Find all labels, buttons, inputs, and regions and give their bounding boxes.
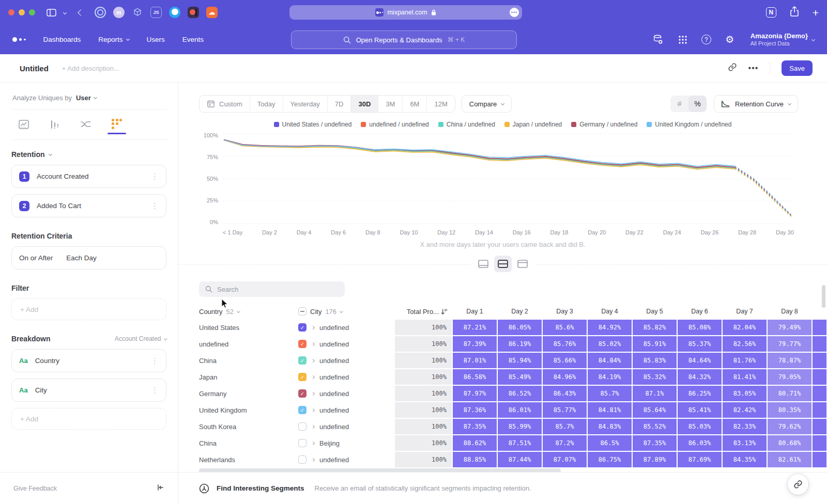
- cell-day-4[interactable]: 84.92%: [588, 320, 632, 335]
- report-title[interactable]: Untitled: [20, 64, 49, 73]
- cell-day-1[interactable]: 87.01%: [453, 353, 497, 368]
- vertical-scrollbar[interactable]: [822, 285, 825, 308]
- kebab-menu-icon[interactable]: ⋮: [151, 356, 159, 366]
- retention-step-account-created[interactable]: 1Account Created⋮: [11, 165, 166, 188]
- series-china-undefined[interactable]: [735, 168, 792, 217]
- js-icon[interactable]: JS: [150, 7, 162, 18]
- more-options-icon[interactable]: •••: [748, 64, 759, 73]
- tab-funnels[interactable]: [45, 120, 64, 135]
- retention-lines[interactable]: [223, 132, 794, 225]
- cell-day-6[interactable]: 85.08%: [678, 320, 722, 335]
- cell-day-2[interactable]: 87.44%: [498, 452, 542, 467]
- cell-day-7[interactable]: 84.35%: [723, 452, 767, 467]
- chart-only-view-button[interactable]: [474, 256, 492, 272]
- cell-day-8[interactable]: 78.87%: [768, 353, 811, 368]
- nav-item-dashboards[interactable]: Dashboards: [43, 36, 81, 43]
- cell-day-8[interactable]: 79.77%: [768, 336, 811, 352]
- column-day-6[interactable]: Day 6: [678, 308, 722, 315]
- cell-day-2[interactable]: 86.52%: [498, 386, 542, 401]
- cell-day-5[interactable]: 87.1%: [633, 386, 677, 401]
- help-icon[interactable]: ?: [701, 35, 711, 44]
- expand-chevron-icon[interactable]: [311, 441, 315, 445]
- cell-day-2[interactable]: 85.49%: [498, 369, 542, 385]
- add-description[interactable]: + Add description...: [62, 65, 119, 72]
- cell-day-8[interactable]: 79.49%: [768, 320, 811, 335]
- series-united-kingdom-undefined[interactable]: [735, 166, 792, 216]
- range-yesterday[interactable]: Yesterday: [283, 96, 327, 112]
- cell-day-5[interactable]: 87.89%: [633, 452, 677, 467]
- cell-day-8[interactable]: 80.35%: [768, 402, 811, 418]
- share-icon[interactable]: [790, 6, 799, 19]
- retention-step-added-to-cart[interactable]: 2Added To Cart⋮: [11, 194, 166, 217]
- nav-item-reports[interactable]: Reports: [98, 36, 129, 43]
- kebab-menu-icon[interactable]: ⋮: [151, 386, 159, 395]
- retention-section-header[interactable]: Retention: [11, 150, 166, 159]
- column-country[interactable]: Country 52: [199, 308, 297, 316]
- column-day-8[interactable]: Day 8: [768, 308, 811, 315]
- cell-day-3[interactable]: 87.07%: [543, 452, 587, 467]
- expand-chevron-icon[interactable]: [311, 375, 315, 379]
- tab-flows[interactable]: [76, 120, 95, 135]
- cell-day-6[interactable]: 85.41%: [678, 402, 722, 418]
- cell-day-2[interactable]: 86.19%: [498, 336, 542, 352]
- data-management-icon[interactable]: [652, 34, 664, 46]
- cell-day-5[interactable]: 85.82%: [633, 320, 677, 335]
- row-checkbox[interactable]: ✓: [298, 373, 307, 381]
- add-breakdown-button[interactable]: + Add: [11, 408, 166, 430]
- segments-title[interactable]: Find Interesting Segments: [217, 484, 304, 492]
- cell-day-7[interactable]: 83.13%: [723, 435, 767, 451]
- tab-retention[interactable]: [108, 119, 126, 135]
- cell-day-2[interactable]: 86.01%: [498, 402, 542, 418]
- column-day-3[interactable]: Day 3: [543, 308, 587, 315]
- expand-chevron-icon[interactable]: [311, 391, 315, 395]
- breakdown-scope-selector[interactable]: Account Created: [115, 335, 166, 342]
- cell-day-5[interactable]: 85.64%: [633, 402, 677, 418]
- new-tab-icon[interactable]: +: [813, 7, 819, 18]
- legend-item-undefined-undefined[interactable]: undefined / undefined: [361, 121, 428, 128]
- unit-number-toggle[interactable]: #: [670, 96, 688, 112]
- legend-item-united-kingdom-undefined[interactable]: United Kingdom / undefined: [647, 121, 731, 128]
- cell-day-5[interactable]: 87.35%: [633, 435, 677, 451]
- cell-day-5[interactable]: 85.52%: [633, 419, 677, 434]
- cell-day-3[interactable]: 85.7%: [543, 419, 587, 434]
- share-link-button[interactable]: [788, 474, 808, 495]
- chart-type-selector[interactable]: Retention Curve: [714, 95, 798, 113]
- breakdown-city[interactable]: AaCity⋮: [11, 379, 166, 402]
- add-filter-button[interactable]: + Add: [11, 298, 166, 320]
- settings-gear-icon[interactable]: ⚙: [724, 34, 736, 46]
- patreon-icon[interactable]: [188, 7, 199, 18]
- kebab-menu-icon[interactable]: ⋮: [151, 201, 159, 211]
- column-total-sorted[interactable]: Total Pro...: [395, 308, 452, 316]
- mixpanel-logo[interactable]: [12, 37, 26, 42]
- cell-day-8[interactable]: 79.62%: [768, 419, 811, 434]
- unit-percent-toggle[interactable]: %: [688, 96, 707, 112]
- series-undefined-undefined[interactable]: [224, 139, 735, 167]
- close-window-icon[interactable]: [8, 9, 14, 15]
- series-united-kingdom-undefined[interactable]: [224, 140, 735, 166]
- cell-day-3[interactable]: 86.43%: [543, 386, 587, 401]
- cell-day-6[interactable]: 86.25%: [678, 386, 722, 401]
- cell-day-1[interactable]: 87.97%: [453, 386, 497, 401]
- notion-icon[interactable]: N: [766, 7, 776, 18]
- range-3m[interactable]: 3M: [378, 96, 402, 112]
- range-6m[interactable]: 6M: [402, 96, 426, 112]
- cell-day-8[interactable]: 79.05%: [768, 369, 811, 385]
- cell-day-4[interactable]: 86.5%: [588, 435, 632, 451]
- criteria-each-day[interactable]: Each Day: [66, 254, 97, 262]
- copy-link-icon[interactable]: [728, 62, 737, 74]
- cell-day-4[interactable]: 86.75%: [588, 452, 632, 467]
- range-custom[interactable]: Custom: [200, 96, 250, 112]
- cell-day-1[interactable]: 87.35%: [453, 419, 497, 434]
- compare-button[interactable]: Compare: [462, 95, 512, 113]
- row-checkbox[interactable]: [298, 455, 307, 464]
- cell-day-4[interactable]: 84.81%: [588, 402, 632, 418]
- cell-day-1[interactable]: 86.58%: [453, 369, 497, 385]
- cell-day-5[interactable]: 85.83%: [633, 353, 677, 368]
- cell-day-3[interactable]: 85.76%: [543, 336, 587, 352]
- criteria-on-or-after[interactable]: On or After: [19, 254, 53, 262]
- row-checkbox[interactable]: ✓: [298, 340, 307, 348]
- range-7d[interactable]: 7D: [327, 96, 351, 112]
- series-germany-undefined[interactable]: [735, 167, 792, 216]
- give-feedback-link[interactable]: Give Feedback: [13, 485, 57, 492]
- collapse-sidebar-icon[interactable]: [156, 483, 164, 494]
